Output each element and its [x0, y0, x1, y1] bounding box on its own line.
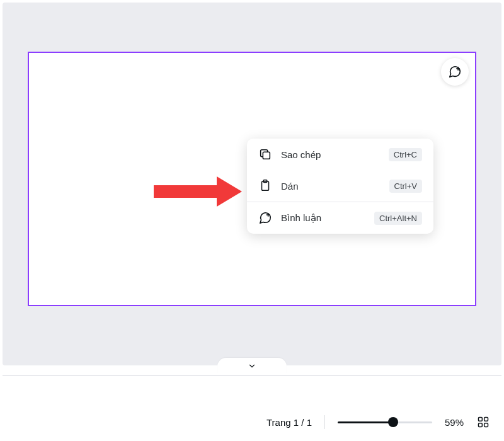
page-sep: /	[301, 417, 304, 428]
chevron-down-icon	[248, 362, 256, 370]
page-current: 1	[294, 417, 299, 428]
svg-rect-2	[263, 152, 270, 159]
menu-item-shortcut: Ctrl+V	[389, 180, 422, 193]
annotation-arrow	[154, 176, 242, 204]
grid-icon	[477, 416, 490, 428]
svg-rect-8	[484, 418, 488, 421]
slider-fill	[338, 421, 394, 423]
svg-rect-10	[484, 423, 488, 427]
slider-thumb[interactable]	[388, 417, 398, 427]
comment-plus-icon	[258, 211, 272, 225]
svg-rect-9	[479, 423, 483, 427]
paste-icon	[258, 179, 272, 193]
menu-item-comment[interactable]: Bình luận Ctrl+Alt+N	[247, 202, 433, 234]
page-total: 1	[307, 417, 312, 428]
add-comment-button[interactable]	[441, 58, 469, 86]
zoom-value[interactable]: 59%	[445, 417, 464, 428]
grid-view-button[interactable]	[476, 415, 490, 429]
menu-item-paste[interactable]: Dán Ctrl+V	[247, 170, 433, 202]
svg-rect-7	[479, 418, 483, 421]
copy-icon	[258, 147, 272, 161]
menu-item-shortcut: Ctrl+Alt+N	[374, 212, 422, 225]
expand-panel-button[interactable]	[217, 358, 287, 374]
footer-vdivider	[324, 415, 325, 429]
page-prefix: Trang	[266, 417, 291, 428]
menu-item-shortcut: Ctrl+C	[389, 148, 422, 161]
footer-bar: Trang 1 / 1 59%	[0, 403, 504, 441]
comment-plus-icon	[448, 65, 462, 79]
menu-item-label: Dán	[281, 181, 389, 192]
menu-item-copy[interactable]: Sao chép Ctrl+C	[247, 139, 433, 170]
menu-item-label: Bình luận	[281, 212, 374, 224]
footer-divider	[3, 375, 501, 376]
menu-item-label: Sao chép	[281, 149, 389, 160]
page-counter[interactable]: Trang 1 / 1	[266, 417, 312, 428]
canvas-area: Sao chép Ctrl+C Dán Ctrl+V Bình luận Ctr…	[3, 3, 501, 365]
context-menu: Sao chép Ctrl+C Dán Ctrl+V Bình luận Ctr…	[247, 139, 433, 234]
zoom-slider[interactable]	[338, 416, 432, 428]
